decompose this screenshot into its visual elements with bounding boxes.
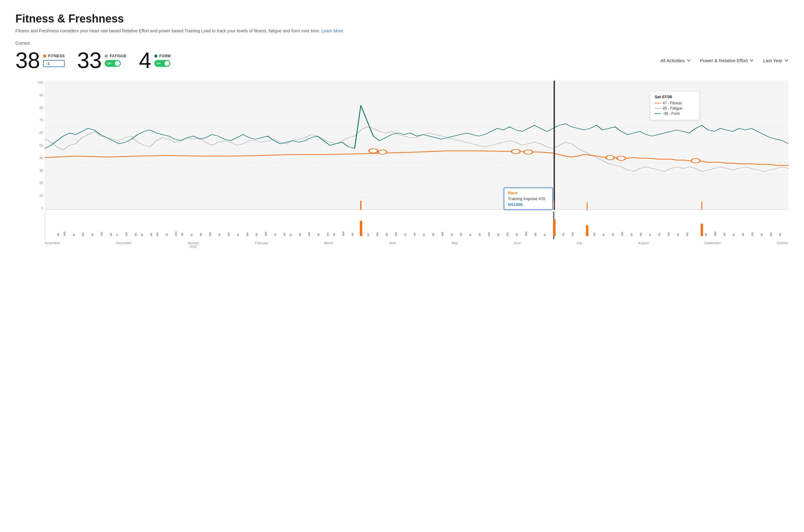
main-chart: Sat 07/30 47 - Fitness 85 - Fatigue -39 …: [45, 81, 789, 210]
svg-rect-55: [327, 232, 329, 236]
fitness-info: FITNESS -1: [43, 54, 65, 67]
fitness-metric: 38 FITNESS -1: [15, 49, 65, 72]
form-toggle-knob: [165, 61, 169, 66]
learn-more-link[interactable]: Learn More: [321, 28, 343, 33]
svg-rect-88: [621, 232, 623, 236]
fatigue-info: FATIGUE ON: [105, 54, 127, 67]
svg-rect-64: [405, 233, 406, 236]
svg-rect-96: [700, 224, 703, 236]
svg-rect-73: [488, 232, 490, 236]
x-label-nov: November: [45, 241, 60, 248]
activities-filter[interactable]: All Activities: [660, 58, 691, 63]
tooltip-fatigue-line: [655, 108, 661, 109]
svg-rect-102: [751, 232, 753, 236]
svg-rect-89: [631, 233, 632, 236]
svg-rect-99: [724, 233, 726, 236]
svg-rect-75: [507, 232, 509, 236]
x-label-apr: April: [389, 241, 396, 248]
x-label-aug: August: [638, 241, 649, 248]
tooltip-form-row: -39 - Form: [655, 111, 695, 116]
svg-rect-52: [299, 233, 301, 236]
svg-rect-33: [135, 233, 137, 236]
chart-wrapper: 100 90 80 70 60 50 40 30 20 10 0 Sat 07/…: [15, 81, 789, 248]
svg-rect-71: [469, 234, 471, 236]
svg-rect-50: [283, 233, 285, 236]
period-filter[interactable]: Last Year: [763, 58, 789, 63]
svg-rect-62: [386, 233, 388, 236]
form-value: 4: [139, 49, 151, 72]
svg-rect-68: [442, 232, 443, 236]
svg-rect-87: [612, 233, 614, 236]
svg-rect-76: [516, 233, 518, 236]
svg-point-14: [511, 149, 520, 154]
tooltip-fitness-line: [655, 103, 661, 103]
fitness-dot: [43, 55, 46, 58]
x-label-may: May: [452, 241, 458, 248]
metric-filter[interactable]: Power & Relative Effort: [700, 58, 754, 63]
svg-rect-40: [191, 234, 192, 236]
svg-rect-77: [525, 231, 527, 236]
svg-rect-61: [376, 232, 378, 236]
x-label-jul: July: [576, 241, 582, 248]
fatigue-value: 33: [77, 49, 102, 72]
fitness-label: FITNESS: [43, 54, 65, 58]
svg-rect-47: [256, 233, 258, 236]
svg-rect-25: [63, 231, 65, 236]
activity-bars: Race Training Impulse 470 NS100K: [45, 211, 789, 239]
x-label-sep: September: [704, 241, 721, 248]
fatigue-metric: 33 FATIGUE ON: [77, 49, 127, 72]
svg-rect-94: [677, 233, 679, 236]
svg-rect-100: [733, 234, 735, 236]
svg-rect-72: [479, 233, 481, 236]
svg-rect-53: [308, 232, 310, 236]
svg-rect-67: [432, 233, 434, 236]
svg-rect-74: [498, 233, 499, 236]
svg-rect-37: [166, 233, 168, 236]
svg-point-16: [605, 155, 614, 160]
svg-rect-104: [770, 232, 772, 236]
svg-rect-26: [73, 234, 75, 236]
svg-rect-38: [175, 231, 177, 236]
svg-rect-41: [200, 233, 202, 236]
svg-rect-31: [116, 234, 118, 236]
svg-rect-85: [593, 233, 595, 236]
form-toggle[interactable]: ON: [154, 60, 170, 67]
svg-rect-63: [395, 232, 397, 236]
svg-rect-60: [367, 233, 369, 236]
svg-rect-32: [126, 232, 128, 236]
svg-rect-105: [779, 233, 781, 236]
svg-rect-46: [246, 232, 248, 236]
activity-tooltip: Race Training Impulse 470 NS100K: [504, 188, 553, 210]
svg-rect-92: [659, 233, 660, 236]
svg-rect-39: [182, 233, 183, 236]
svg-point-12: [369, 149, 378, 153]
svg-rect-27: [82, 232, 84, 236]
fitness-change-badge: -1: [43, 60, 65, 67]
svg-rect-30: [110, 233, 112, 236]
y-axis: 100 90 80 70 60 50 40 30 20 10 0: [32, 81, 45, 210]
svg-rect-70: [460, 233, 462, 236]
svg-rect-103: [761, 233, 762, 236]
tooltip-fatigue-row: 85 - Fatigue: [655, 106, 695, 111]
chart-vertical-line: [554, 81, 555, 210]
svg-rect-51: [290, 234, 292, 236]
svg-rect-54: [318, 233, 319, 236]
svg-rect-59: [360, 221, 362, 236]
fatigue-label: FATIGUE: [105, 54, 127, 58]
svg-rect-95: [686, 232, 688, 236]
form-info: FORM ON: [154, 54, 171, 67]
svg-rect-34: [141, 234, 143, 236]
svg-rect-48: [265, 232, 267, 236]
svg-rect-65: [414, 233, 415, 236]
fatigue-toggle[interactable]: ON: [105, 60, 121, 67]
svg-rect-81: [553, 219, 556, 236]
svg-rect-78: [535, 233, 536, 236]
training-impulse: Training Impulse 470: [508, 196, 549, 201]
svg-point-18: [691, 158, 700, 163]
svg-rect-35: [150, 233, 152, 236]
svg-rect-66: [423, 234, 425, 236]
svg-rect-57: [342, 231, 344, 236]
svg-rect-79: [544, 234, 545, 236]
svg-rect-98: [714, 231, 716, 236]
svg-rect-56: [333, 233, 335, 236]
